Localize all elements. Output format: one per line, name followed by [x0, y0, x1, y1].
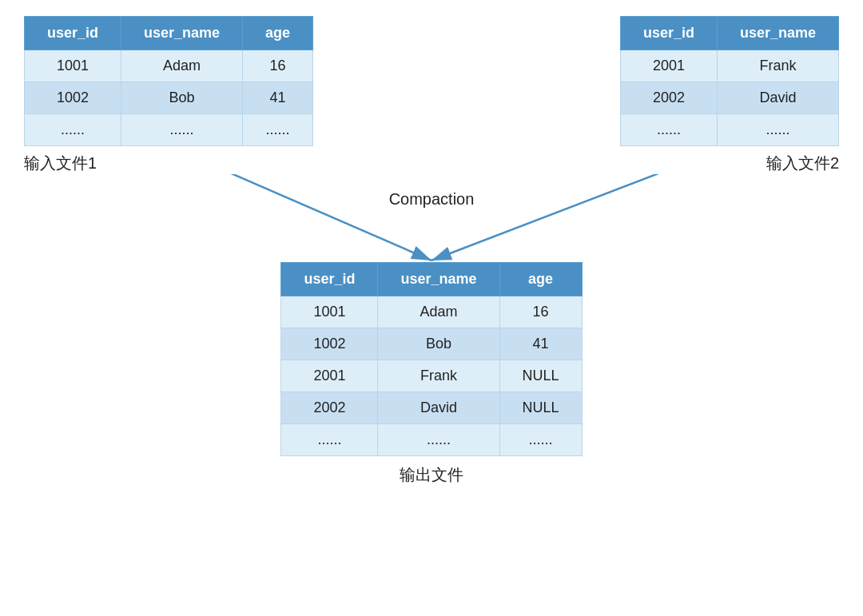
table-cell: 16 [243, 50, 313, 82]
table-row: ............ [620, 114, 838, 146]
table-row: 1001Adam16 [25, 50, 313, 82]
compaction-label: Compaction [389, 190, 475, 209]
out-col-header-user_id: user_id [281, 263, 378, 296]
left-table-label: 输入文件1 [24, 153, 97, 174]
table-cell: Bob [121, 82, 243, 114]
right-col-header-user_name: user_name [717, 17, 838, 50]
table-cell: 41 [499, 328, 582, 360]
table-cell: ...... [121, 114, 243, 146]
table-row: 1002Bob41 [281, 328, 582, 360]
table-cell: 2001 [281, 360, 378, 392]
table-cell: ...... [620, 114, 717, 146]
right-table-block: user_id user_name 2001Frank2002David....… [620, 16, 839, 174]
table-row: 1002Bob41 [25, 82, 313, 114]
table-cell: 2001 [620, 50, 717, 82]
table-cell: Frank [717, 50, 838, 82]
left-col-header-user_name: user_name [121, 17, 243, 50]
table-row: 2002DavidNULL [281, 392, 582, 424]
left-table-block: user_id user_name age 1001Adam161002Bob4… [24, 16, 313, 174]
table-cell: Bob [378, 328, 499, 360]
table-row: 1001Adam16 [281, 296, 582, 328]
table-cell: ...... [243, 114, 313, 146]
table-cell: 1001 [25, 50, 121, 82]
table-row: 2001FrankNULL [281, 360, 582, 392]
out-col-header-user_name: user_name [378, 263, 499, 296]
table-cell: ...... [25, 114, 121, 146]
table-cell: 2002 [281, 392, 378, 424]
right-table-label: 输入文件2 [766, 153, 839, 174]
left-table: user_id user_name age 1001Adam161002Bob4… [24, 16, 313, 146]
right-table: user_id user_name 2001Frank2002David....… [620, 16, 839, 146]
table-cell: Adam [121, 50, 243, 82]
svg-line-1 [169, 174, 432, 260]
table-cell: 1002 [281, 328, 378, 360]
svg-line-2 [432, 174, 730, 260]
table-cell: 16 [499, 296, 582, 328]
bottom-section: user_id user_name age 1001Adam161002Bob4… [280, 262, 582, 486]
table-cell: ...... [499, 424, 582, 456]
right-col-header-user_id: user_id [620, 17, 717, 50]
table-cell: 1002 [25, 82, 121, 114]
page-container: user_id user_name age 1001Adam161002Bob4… [0, 0, 863, 616]
left-col-header-age: age [243, 17, 313, 50]
middle-area: Compaction [0, 174, 863, 262]
table-cell: Adam [378, 296, 499, 328]
table-row: .................. [281, 424, 582, 456]
table-cell: NULL [499, 360, 582, 392]
top-tables-wrapper: user_id user_name age 1001Adam161002Bob4… [0, 16, 863, 174]
table-cell: ...... [378, 424, 499, 456]
table-cell: NULL [499, 392, 582, 424]
table-cell: David [717, 82, 838, 114]
table-cell: Frank [378, 360, 499, 392]
table-row: .................. [25, 114, 313, 146]
out-col-header-age: age [499, 263, 582, 296]
table-cell: David [378, 392, 499, 424]
left-col-header-user_id: user_id [25, 17, 121, 50]
table-row: 2002David [620, 82, 838, 114]
output-table-label: 输出文件 [400, 464, 463, 486]
table-cell: 2002 [620, 82, 717, 114]
table-cell: 1001 [281, 296, 378, 328]
table-cell: ...... [717, 114, 838, 146]
table-row: 2001Frank [620, 50, 838, 82]
arrows-svg [0, 174, 863, 262]
output-table: user_id user_name age 1001Adam161002Bob4… [280, 262, 582, 456]
table-cell: ...... [281, 424, 378, 456]
table-cell: 41 [243, 82, 313, 114]
